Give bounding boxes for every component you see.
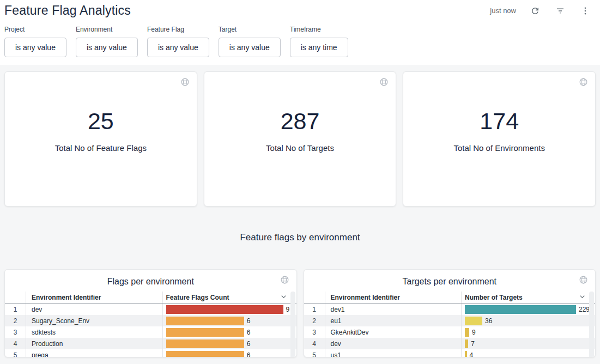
filter-timeframe: Timeframe is any time	[290, 26, 348, 57]
bar-value-label: 6	[247, 351, 251, 358]
bar-value-label: 7	[471, 340, 475, 348]
kpi-value: 287	[281, 108, 320, 135]
filter-label: Project	[4, 26, 66, 33]
globe-icon[interactable]	[579, 77, 588, 89]
filter-environment: Environment is any value	[76, 26, 138, 57]
dashboard-body: 25 Total No of Feature Flags 287 Total N…	[0, 65, 600, 357]
filter-icon[interactable]	[554, 5, 566, 17]
table-row: 2Sugary_Scone_Env6	[5, 315, 296, 326]
value-bar[interactable]	[465, 305, 576, 314]
tile-flags-per-environment: Flags per environment Environment Identi…	[4, 269, 297, 357]
table-row: 4Production6	[5, 338, 296, 349]
environment-identifier-cell[interactable]: us1	[325, 349, 462, 357]
bar-cell[interactable]: 229	[461, 304, 595, 315]
environment-filter-button[interactable]: is any value	[76, 38, 138, 57]
globe-icon[interactable]	[180, 77, 190, 89]
filter-target: Target is any value	[219, 26, 281, 57]
bar-cell[interactable]: 6	[162, 315, 296, 326]
row-index: 2	[304, 317, 325, 325]
column-header-feature-flags-count[interactable]: Feature Flags Count	[162, 292, 296, 303]
bar-cell[interactable]: 6	[162, 349, 296, 357]
filter-project: Project is any value	[4, 26, 66, 57]
column-header-environment-identifier[interactable]: Environment Identifier	[26, 292, 162, 303]
kpi-tile-targets: 287 Total No of Targets	[204, 71, 397, 207]
kpi-label: Total No of Environments	[453, 143, 545, 153]
environment-identifier-cell[interactable]: eu1	[325, 315, 462, 326]
value-bar[interactable]	[166, 339, 244, 348]
bar-value-label: 36	[485, 317, 492, 325]
vertical-scrollbar[interactable]	[290, 292, 295, 357]
environment-identifier-cell[interactable]: Production	[26, 338, 162, 349]
value-bar[interactable]	[465, 317, 482, 325]
value-bar[interactable]	[166, 351, 244, 358]
chevron-down-icon[interactable]	[578, 293, 586, 302]
column-header-number-of-targets[interactable]: Number of Targets	[461, 292, 595, 303]
kpi-label: Total No of Feature Flags	[55, 143, 147, 153]
filter-feature-flag: Feature Flag is any value	[147, 26, 209, 57]
value-bar[interactable]	[465, 351, 467, 358]
bar-cell[interactable]: 6	[162, 338, 296, 349]
environment-identifier-cell[interactable]: dev	[325, 338, 462, 349]
bar-cell[interactable]: 6	[162, 326, 296, 338]
bar-cell[interactable]: 9	[461, 326, 595, 338]
column-header-label: Number of Targets	[465, 294, 523, 301]
row-index: 5	[5, 351, 26, 358]
table-header: Environment Identifier Feature Flags Cou…	[5, 292, 296, 304]
table-row: 5prega6	[5, 349, 296, 357]
globe-icon[interactable]	[379, 77, 389, 89]
environment-identifier-cell[interactable]: GkeAnkitDev	[325, 326, 462, 338]
value-bar[interactable]	[166, 305, 283, 314]
table-row: 5us14	[304, 349, 596, 357]
row-index: 4	[5, 340, 26, 348]
environment-identifier-cell[interactable]: dev1	[325, 304, 462, 315]
kebab-menu-icon[interactable]	[579, 5, 591, 17]
row-index: 1	[5, 306, 26, 313]
filter-label: Feature Flag	[147, 26, 209, 33]
bar-value-label: 229	[579, 306, 590, 313]
environment-identifier-cell[interactable]: sdktests	[26, 326, 162, 338]
kpi-tile-environments: 174 Total No of Environments	[403, 71, 596, 207]
target-filter-button[interactable]: is any value	[219, 38, 281, 57]
table-row: 3GkeAnkitDev9	[304, 326, 596, 338]
environment-identifier-cell[interactable]: Sugary_Scone_Env	[26, 315, 162, 326]
timeframe-filter-button[interactable]: is any time	[290, 38, 348, 57]
bar-value-label: 6	[247, 317, 251, 325]
page-header: Feature Flag Analytics just now Project …	[0, 0, 600, 65]
bar-cell[interactable]: 36	[461, 315, 595, 326]
table-row: 1dev9	[5, 304, 296, 315]
bar-value-label: 6	[247, 329, 251, 336]
project-filter-button[interactable]: is any value	[4, 38, 66, 57]
environment-identifier-cell[interactable]: prega	[26, 349, 162, 357]
filter-label: Timeframe	[290, 26, 348, 33]
kpi-tile-feature-flags: 25 Total No of Feature Flags	[4, 71, 197, 207]
tile-title: Targets per environment	[304, 270, 596, 292]
last-refreshed-label: just now	[490, 7, 516, 15]
bar-cell[interactable]: 7	[461, 338, 595, 349]
section-title: Feature flags by environment	[4, 232, 596, 243]
bar-value-label: 6	[247, 340, 251, 348]
bar-cell[interactable]: 4	[461, 349, 595, 357]
row-index: 3	[304, 329, 325, 336]
refresh-icon[interactable]	[529, 5, 541, 17]
bar-cell[interactable]: 9	[162, 304, 296, 315]
bar-value-label: 9	[472, 329, 476, 336]
table-row: 2eu136	[304, 315, 596, 326]
vertical-scrollbar[interactable]	[589, 292, 594, 357]
chevron-down-icon[interactable]	[280, 293, 288, 302]
table-body: 1dev92Sugary_Scone_Env63sdktests64Produc…	[5, 304, 296, 357]
kpi-value: 25	[88, 108, 114, 135]
value-bar[interactable]	[166, 328, 244, 337]
value-bar[interactable]	[465, 328, 469, 337]
column-header-environment-identifier[interactable]: Environment Identifier	[325, 292, 462, 303]
kpi-label: Total No of Targets	[266, 143, 334, 153]
value-bar[interactable]	[465, 339, 468, 348]
feature-flag-filter-button[interactable]: is any value	[147, 38, 209, 57]
filter-label: Target	[219, 26, 281, 33]
row-index: 4	[304, 340, 325, 348]
globe-icon[interactable]	[280, 275, 289, 287]
value-bar[interactable]	[166, 317, 244, 325]
environment-identifier-cell[interactable]: dev	[26, 304, 162, 315]
kpi-value: 174	[480, 108, 519, 135]
row-index: 2	[5, 317, 26, 325]
globe-icon[interactable]	[579, 275, 588, 287]
